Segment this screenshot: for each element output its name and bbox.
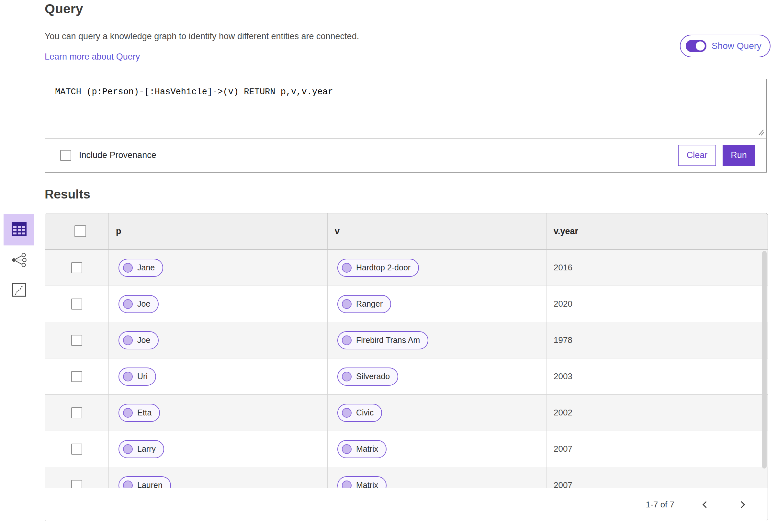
cell-p: Joe [108,286,327,322]
vehicle-badge[interactable]: Matrix [337,440,386,458]
query-input[interactable]: MATCH (p:Person)-[:HasVehicle]->(v) RETU… [45,79,766,138]
vehicle-badge[interactable]: Silverado [337,367,398,386]
row-checkbox-cell [45,395,108,431]
person-badge[interactable]: Joe [118,295,158,313]
node-icon [123,335,133,345]
year-value: 1978 [554,335,572,345]
table-row: Etta Civic 2002 [45,395,768,431]
person-badge-label: Larry [137,444,156,454]
row-checkbox[interactable] [71,444,82,455]
row-checkbox[interactable] [71,407,82,418]
vehicle-badge[interactable]: Hardtop 2-door [337,259,419,277]
chevron-left-icon [702,501,709,508]
row-checkbox[interactable] [71,335,82,346]
show-query-toggle[interactable]: Show Query [680,35,771,57]
toggle-knob [695,41,705,51]
row-checkbox[interactable] [71,262,82,273]
results-table: p v v.year Jane Hardtop 2-door 2016 [45,213,768,521]
page-description: You can query a knowledge graph to ident… [45,31,359,41]
year-value: 2003 [554,371,572,382]
column-header-p[interactable]: p [108,213,327,249]
row-checkbox[interactable] [71,371,82,382]
node-icon [342,299,352,309]
row-checkbox-cell [45,322,108,358]
person-badge[interactable]: Etta [118,404,160,422]
header-scrollbar-cell [762,213,768,249]
cell-p: Etta [108,395,327,431]
toggle-track-icon [686,40,706,52]
cell-p: Uri [108,358,327,394]
person-badge[interactable]: Larry [118,440,164,458]
table-row: Larry Matrix 2007 [45,431,768,467]
row-checkbox-cell [45,431,108,467]
person-badge[interactable]: Uri [118,367,156,386]
row-checkbox-cell [45,250,108,286]
run-button[interactable]: Run [723,145,755,166]
cell-v: Matrix [327,431,546,467]
person-badge[interactable]: Jane [118,259,163,277]
view-button-map[interactable] [10,281,28,300]
column-header-v-year[interactable]: v.year [546,213,762,249]
year-value: 2002 [554,408,572,418]
node-icon [123,408,133,418]
node-icon [342,263,352,273]
resize-grip-icon[interactable] [756,128,764,137]
view-button-table[interactable] [4,214,34,245]
include-provenance-checkbox[interactable] [60,150,71,161]
network-icon [11,252,27,269]
cell-v-year: 2002 [546,395,762,431]
cell-v-year: 2007 [546,431,762,467]
cell-p: Larry [108,431,327,467]
year-value: 2016 [554,262,572,273]
year-value: 2007 [554,444,572,454]
person-badge[interactable]: Joe [118,331,158,349]
table-row: Joe Firebird Trans Am 1978 [45,322,768,358]
row-checkbox-cell [45,358,108,394]
view-button-graph[interactable] [10,251,28,270]
include-provenance-label: Include Provenance [79,150,156,160]
cell-v-year: 2016 [546,250,762,286]
person-badge-label: Joe [137,299,150,309]
cell-v: Hardtop 2-door [327,250,546,286]
table-icon [11,222,27,237]
map-route-icon [12,283,26,298]
results-title: Results [45,187,90,201]
previous-page-button[interactable] [698,498,712,512]
person-badge-label: Etta [137,408,151,417]
include-provenance-option: Include Provenance [60,150,156,161]
learn-more-link[interactable]: Learn more about Query [45,52,140,62]
cell-v: Silverado [327,358,546,394]
vehicle-badge-label: Silverado [356,372,390,381]
node-icon [123,372,133,382]
node-icon [342,372,352,382]
cell-p: Jane [108,250,327,286]
vehicle-badge-label: Civic [356,408,373,417]
vehicle-badge-label: Hardtop 2-door [356,263,411,272]
vehicle-badge[interactable]: Civic [337,404,382,422]
next-page-button[interactable] [735,498,750,512]
table-row: Uri Silverado 2003 [45,358,768,395]
cell-v: Firebird Trans Am [327,322,546,358]
row-checkbox[interactable] [71,299,82,310]
table-body: Jane Hardtop 2-door 2016 Joe Ran [45,250,768,504]
query-page: Query You can query a knowledge graph to… [0,0,777,532]
column-header-v[interactable]: v [327,213,546,249]
select-all-checkbox[interactable] [75,225,86,237]
person-badge-label: Jane [137,263,155,272]
show-query-label: Show Query [711,41,762,51]
cell-p: Joe [108,322,327,358]
row-checkbox-cell [45,286,108,322]
node-icon [342,408,352,418]
vehicle-badge[interactable]: Ranger [337,295,391,313]
node-icon [123,263,133,273]
node-icon [342,444,352,454]
pagination-range-label: 1-7 of 7 [646,500,674,510]
query-toolbar: Include Provenance Clear Run [45,138,766,172]
header-checkbox-cell [45,213,108,249]
vertical-scrollbar-thumb[interactable] [762,251,767,468]
page-title: Query [45,1,83,16]
vehicle-badge[interactable]: Firebird Trans Am [337,331,428,349]
query-actions: Clear Run [678,145,755,166]
clear-button[interactable]: Clear [678,145,716,166]
cell-v: Civic [327,395,546,431]
